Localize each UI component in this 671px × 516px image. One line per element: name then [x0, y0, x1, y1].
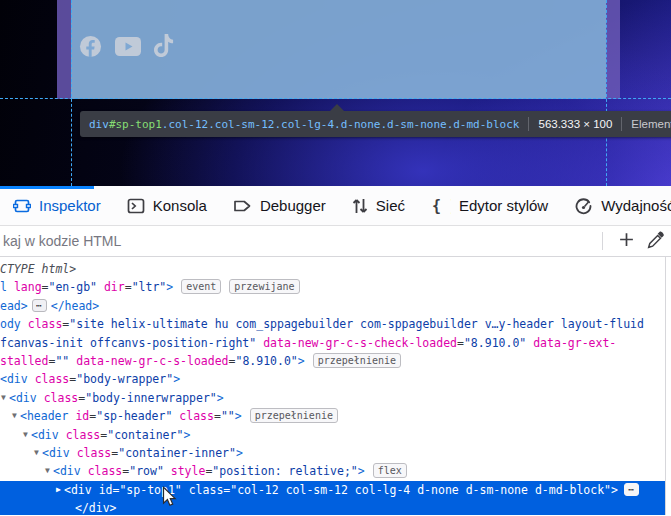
collapse-arrow-icon[interactable]: ▼	[20, 426, 31, 444]
code-token-attr: class	[77, 446, 112, 460]
tab-label: Debugger	[260, 197, 326, 214]
code-token-tag: <header	[20, 409, 68, 423]
code-token-plain	[28, 372, 35, 386]
code-token-val: "container-inner"	[118, 446, 236, 460]
code-token-plain: =	[214, 409, 221, 423]
code-token-attr: class	[28, 317, 63, 331]
code-token-tag: >	[298, 354, 305, 368]
add-node-button[interactable]	[611, 228, 641, 254]
markup-view: CTYPE html>l lang="en-gb" dir="ltr">even…	[0, 257, 671, 515]
search-input[interactable]	[0, 233, 602, 249]
devtools-panel: InspektorKonsolaDebuggerSieć{ }Edytor st…	[0, 186, 671, 516]
expand-ellipsis-button[interactable]: ⋯	[32, 299, 47, 312]
code-token-attr: class	[66, 428, 101, 442]
code-token-attr: id	[75, 409, 89, 423]
code-token-tag: >	[358, 464, 365, 478]
code-token-val: "row"	[129, 464, 164, 478]
code-token-tag: <div	[9, 391, 37, 405]
code-token-tag: <div	[0, 372, 28, 386]
markup-line[interactable]: ead>⋯</head>	[0, 297, 665, 315]
code-token-plain: =	[125, 280, 132, 294]
collapse-arrow-icon[interactable]: ▼	[0, 389, 9, 407]
tab-wydajno-[interactable]: Wydajność	[561, 186, 671, 225]
markup-line[interactable]: l lang="en-gb" dir="ltr">eventprzewijane	[0, 278, 665, 296]
code-token-val: ""	[55, 354, 69, 368]
highlighter-guide-vertical-left	[71, 0, 72, 186]
inspector-icon	[13, 197, 31, 215]
markup-line[interactable]: ▼<header id="sp-header" class="">przepeł…	[0, 407, 665, 425]
tab-inspektor[interactable]: Inspektor	[0, 186, 114, 225]
code-token-attr: stalled	[0, 354, 48, 368]
code-token-plain	[92, 483, 99, 497]
infobar-flex-badge: Element Flex	[631, 118, 671, 130]
code-token-val: "col-12 col-sm-12 col-lg-4 d-none d-sm-n…	[230, 483, 611, 497]
social-icons-row	[79, 34, 175, 58]
tab-konsola[interactable]: Konsola	[114, 186, 220, 225]
code-token-tag: >	[166, 280, 173, 294]
node-infobar-tooltip: div#sp-top1.col-12.col-sm-12.col-lg-4.d-…	[80, 111, 671, 137]
code-token-attr: class	[35, 372, 70, 386]
tab-edytor-styl-w[interactable]: { }Edytor stylów	[418, 186, 561, 225]
code-token-attr: data-new-gr-c-s-loaded	[76, 354, 228, 368]
tab-debugger[interactable]: Debugger	[220, 186, 339, 225]
tiktok-icon[interactable]	[154, 34, 175, 58]
markup-line[interactable]: fcanvas-init offcanvs-position-right" da…	[0, 334, 665, 352]
code-token-tag: >	[173, 372, 180, 386]
markup-line[interactable]: ▼<div class="body-innerwrapper">	[0, 389, 665, 407]
firefox-devtools-screenshot: div#sp-top1.col-12.col-sm-12.col-lg-4.d-…	[0, 0, 671, 516]
collapse-arrow-icon[interactable]: ▼	[42, 462, 53, 480]
markup-line[interactable]: ody class="site helix-ultimate hu com_sp…	[0, 315, 665, 333]
badge-przepełnienie[interactable]: przepełnienie	[313, 353, 401, 368]
eyedropper-button[interactable]	[641, 228, 671, 254]
collapse-arrow-icon[interactable]: ▼	[9, 407, 20, 425]
tab-label: Edytor stylów	[459, 197, 548, 214]
eyedropper-icon	[647, 231, 665, 252]
markup-line[interactable]: ▶<div id="sp-top1" class="col-12 col-sm-…	[0, 481, 665, 499]
badge-flex[interactable]: flex	[373, 463, 407, 478]
markup-line[interactable]: ▼<div class="body-wrapper">	[0, 370, 665, 388]
debugger-icon	[233, 197, 252, 215]
markup-line[interactable]: ▼<div class="container">	[0, 426, 665, 444]
facebook-icon[interactable]	[79, 35, 102, 58]
code-token-val: "ltr"	[132, 280, 167, 294]
panel-splitter[interactable]	[665, 257, 666, 515]
tab-label: Inspektor	[39, 197, 101, 214]
expand-arrow-icon[interactable]: ▶	[53, 481, 64, 499]
youtube-icon[interactable]	[115, 37, 141, 56]
code-token-attr: style	[171, 464, 206, 478]
badge-przewijane[interactable]: przewijane	[229, 279, 299, 294]
markup-line[interactable]: stalled="" data-new-gr-c-s-loaded="8.910…	[0, 352, 665, 370]
code-token-val: "en-gb"	[49, 280, 97, 294]
code-token-val: "8.910.0"	[235, 354, 297, 368]
markup-line[interactable]: ▼<div class="row" style="position: relat…	[0, 462, 665, 480]
code-token-plain	[182, 483, 189, 497]
console-icon	[127, 197, 145, 215]
expand-ellipsis-button[interactable]: ⋯	[624, 483, 639, 496]
code-token-attr: dir	[104, 280, 125, 294]
markup-line[interactable]: </div>	[0, 499, 665, 515]
devtools-tabbar: InspektorKonsolaDebuggerSieć{ }Edytor st…	[0, 186, 671, 226]
code-token-val: "body-innerwrapper"	[85, 391, 217, 405]
code-token-plain	[59, 428, 66, 442]
code-token-plain	[97, 280, 104, 294]
code-token-val: ""	[221, 409, 235, 423]
markup-line[interactable]: CTYPE html>	[0, 260, 665, 278]
code-token-tag: >	[235, 409, 242, 423]
code-token-plain	[7, 280, 14, 294]
markup-line[interactable]: ▼<div class="container-inner">	[0, 444, 665, 462]
code-token-tag: ody	[0, 317, 21, 331]
code-token-plain	[37, 391, 44, 405]
code-token-tag: >	[611, 483, 618, 497]
collapse-arrow-icon[interactable]: ▼	[31, 444, 42, 462]
badge-przepełnienie[interactable]: przepełnienie	[250, 408, 338, 423]
highlight-margin-left	[57, 0, 71, 99]
code-token-val: "position: relative;"	[212, 464, 357, 478]
style-editor-icon: { }	[431, 197, 451, 215]
tab-sie-[interactable]: Sieć	[339, 186, 418, 225]
code-token-tag: >	[183, 428, 190, 442]
code-token-tag: <div	[64, 483, 92, 497]
code-token-tag: ead>	[0, 299, 28, 313]
badge-event[interactable]: event	[181, 279, 221, 294]
code-token-plain	[21, 317, 28, 331]
code-token-tag: <div	[53, 464, 81, 478]
